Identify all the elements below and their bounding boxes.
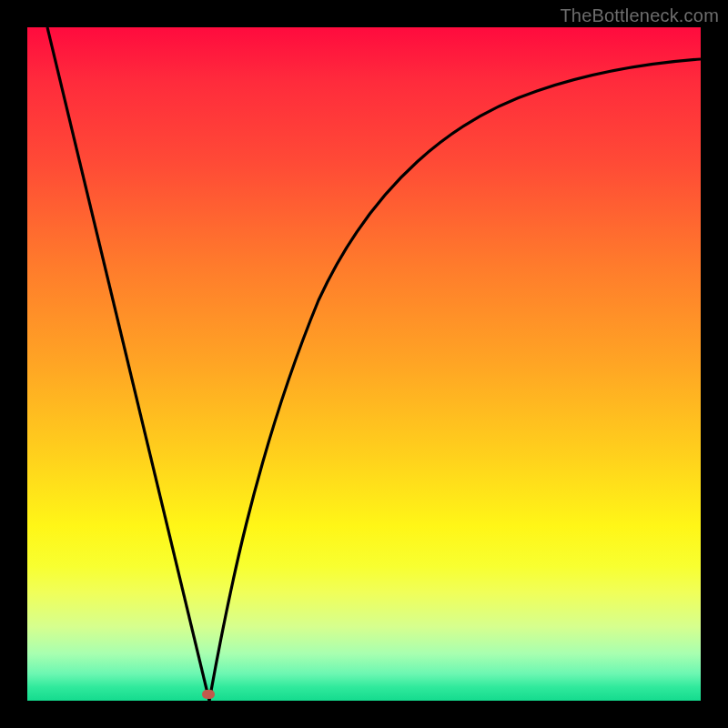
minimum-marker <box>202 690 215 699</box>
curve-left-segment <box>47 27 209 701</box>
plot-area <box>27 27 701 701</box>
curve-right-segment <box>209 59 701 701</box>
chart-frame: TheBottleneck.com <box>0 0 728 728</box>
bottleneck-curve <box>27 27 701 701</box>
attribution-text: TheBottleneck.com <box>560 5 719 26</box>
